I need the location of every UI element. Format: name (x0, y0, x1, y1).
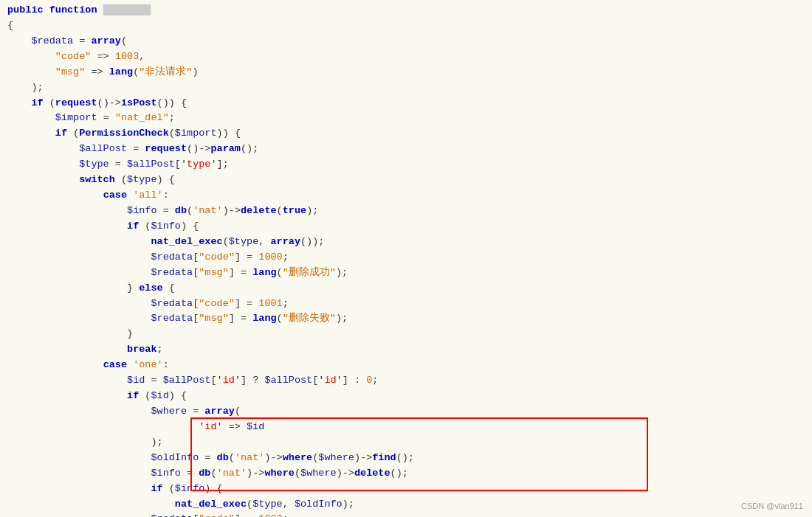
code-line-2: { (7, 18, 812, 34)
code-line-16: nat_del_exec($type, array()); (7, 235, 812, 250)
code-line-30: $oldInfo = db('nat')->where($where)->fin… (7, 451, 812, 466)
code-line-29: ); (7, 435, 812, 451)
code-line-33: nat_del_exec($type, $oldInfo); (7, 497, 812, 513)
code-line-9: if (PermissionCheck($import)) { (7, 126, 812, 142)
code-line-11: $type = $allPost['type']; (7, 157, 812, 173)
code-line-32: if ($info) { (7, 482, 812, 497)
code-line-10: $allPost = request()->param(); (7, 142, 812, 157)
code-line-27: $where = array( (7, 404, 812, 420)
code-line-28: 'id' => $id (7, 420, 812, 435)
code-line-17: $redata["code"] = 1000; (7, 250, 812, 266)
code-line-26: if ($id) { (7, 389, 812, 404)
code-line-19: } else { (7, 281, 812, 296)
code-line-23: break; (7, 342, 812, 358)
code-line-12: switch ($type) { (7, 173, 812, 188)
watermark: CSDN @vlan911 (741, 500, 803, 513)
code-line-14: $info = db('nat')->delete(true); (7, 204, 812, 219)
code-line-4: "code" => 1003, (7, 49, 812, 65)
code-line-5: "msg" => lang("非法请求") (7, 65, 812, 80)
code-line-3: $redata = array( (7, 34, 812, 49)
code-line-24: case 'one': (7, 358, 812, 373)
code-line-18: $redata["msg"] = lang("删除成功"); (7, 266, 812, 281)
code-line-15: if ($info) { (7, 219, 812, 235)
code-line-21: $redata["msg"] = lang("删除失败"); (7, 311, 812, 327)
code-line-6: ); (7, 80, 812, 96)
code-line-1: public function ████████ (7, 3, 812, 18)
code-container: public function ████████ { $redata = arr… (0, 0, 812, 517)
code-line-20: $redata["code"] = 1001; (7, 296, 812, 312)
code-line-13: case 'all': (7, 188, 812, 204)
code-line-25: $id = $allPost['id'] ? $allPost['id'] : … (7, 373, 812, 389)
code-line-7: if (request()->isPost()) { (7, 96, 812, 111)
code-line-34: $redata["code"] = 1000; (7, 512, 812, 517)
code-line-31: $info = db('nat')->where($where)->delete… (7, 466, 812, 482)
code-line-22: } (7, 327, 812, 342)
code-line-8: $import = "nat_del"; (7, 111, 812, 126)
